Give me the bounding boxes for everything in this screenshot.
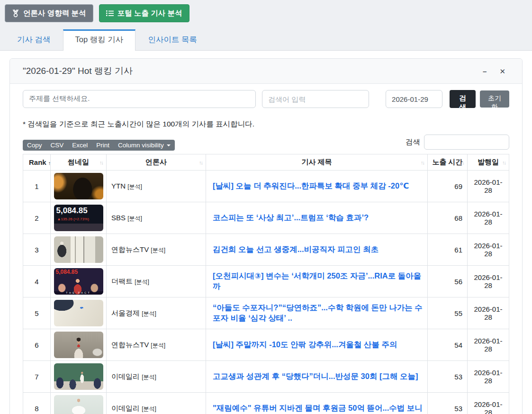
press-cell: 이데일리 [분석] xyxy=(107,361,206,393)
table-search: 검색 xyxy=(406,135,509,150)
article-link[interactable]: "재림예수" 유튜버 지바겐 몰며 후원금 50억 뜯어...수법 보니 xyxy=(213,404,423,412)
portal-articles-analysis-button[interactable]: 포털 노출 기사 분석 xyxy=(99,4,189,22)
sort-icon: ↑↓ xyxy=(199,160,202,165)
close-icon[interactable]: ✕ xyxy=(499,68,505,75)
table-search-label: 검색 xyxy=(406,137,420,147)
sort-icon: ↑↓ xyxy=(421,160,424,165)
top-header: 언론사 영향력 분석 포털 노출 기사 분석 기사 검색 Top 랭킹 기사 인… xyxy=(0,0,532,51)
tab-article-search[interactable]: 기사 검색 xyxy=(5,29,63,50)
csv-button[interactable]: CSV xyxy=(46,140,68,151)
table-row: 2 5,084.85 ▲135.26 (+2.73%) SBS [분석] 코스피… xyxy=(23,202,509,234)
date-input[interactable] xyxy=(386,90,442,108)
table-row: 7 이데일리 [분석] 고교생과 성관계 후 “당했다”더니...반성문 30회… xyxy=(23,361,509,393)
press-cell: 연합뉴스TV [분석] xyxy=(107,329,206,361)
window-controls: – ✕ xyxy=(483,68,505,75)
table-row: 1 YTN [분석] [날씨] 오늘 더 추워진다...한파특보 확대 중부 체… xyxy=(23,171,509,202)
rank-cell: 6 xyxy=(23,329,51,361)
rank-cell: 3 xyxy=(23,234,51,266)
rank-cell: 5 xyxy=(23,297,51,329)
exposure-cell: 53 xyxy=(428,393,468,414)
card-title: "2026-01-29" Hot 랭킹 기사 xyxy=(23,65,133,77)
card-body: 주제를 선택하세요. 검색 초기화 * 검색일을 기준으로 최근 노출시간이 많… xyxy=(10,84,522,414)
rank-cell: 4 xyxy=(23,266,51,297)
press-cell: SBS [분석] xyxy=(107,202,206,234)
export-buttons: Copy CSV Excel Print Column visibility xyxy=(23,140,175,151)
topic-select-placeholder: 주제를 선택하세요. xyxy=(29,94,90,102)
exposure-cell: 54 xyxy=(428,329,468,361)
column-header-5[interactable]: 발행일↑↓ xyxy=(468,154,509,171)
tab-top-ranking[interactable]: Top 랭킹 기사 xyxy=(63,29,136,51)
table-row: 8 이데일리 [분석] "재림예수" 유튜버 지바겐 몰며 후원금 50억 뜯어… xyxy=(23,393,509,414)
article-thumbnail xyxy=(54,332,103,358)
article-link[interactable]: 김건희 오늘 선고 생중계...비공직자 피고인 최초 xyxy=(213,245,379,253)
column-header-2[interactable]: 언론사↑↓ xyxy=(107,154,206,171)
article-thumbnail: 5,084.85 THE FACT xyxy=(54,268,103,295)
thumbnail-cell xyxy=(51,234,107,266)
article-link[interactable]: 코스피는 또 ‘사상 최고’...트럼프 ‘학습 효과’? xyxy=(213,213,369,222)
caret-down-icon xyxy=(167,144,171,146)
thumbnail-cell xyxy=(51,393,107,414)
topic-select[interactable]: 주제를 선택하세요. xyxy=(23,90,256,108)
column-header-1[interactable]: 썸네일↑↓ xyxy=(51,154,107,171)
rank-cell: 1 xyxy=(23,171,51,202)
filter-row: 주제를 선택하세요. 검색 초기화 xyxy=(23,90,509,108)
column-header-3[interactable]: 기사 제목↑↓ xyxy=(206,154,428,171)
thumbnail-cell xyxy=(51,171,107,202)
publish-date-cell: 2026-01-28 xyxy=(468,361,509,393)
minimize-icon[interactable]: – xyxy=(483,68,487,75)
publish-date-cell: 2026-01-28 xyxy=(468,266,509,297)
column-header-0[interactable]: Rank↑↓ xyxy=(23,154,51,171)
title-cell: “아들도 수포자니?”“당연하죠”...수학 학원에 돈만 나가는 수포자 비율… xyxy=(206,297,428,329)
article-thumbnail: 5,084.85 ▲135.26 (+2.73%) xyxy=(54,205,103,231)
exposure-cell: 61 xyxy=(428,234,468,266)
table-search-input[interactable] xyxy=(424,135,509,150)
press-cell: 연합뉴스TV [분석] xyxy=(107,234,206,266)
table-row: 3 연합뉴스TV [분석] 김건희 오늘 선고 생중계...비공직자 피고인 최… xyxy=(23,234,509,266)
article-thumbnail xyxy=(54,363,103,390)
rank-cell: 8 xyxy=(23,393,51,414)
portal-articles-analysis-label: 포털 노출 기사 분석 xyxy=(117,9,182,18)
ranking-card: "2026-01-29" Hot 랭킹 기사 – ✕ 주제를 선택하세요. 검색… xyxy=(9,58,523,414)
table-header-row: Rank↑↓썸네일↑↓언론사↑↓기사 제목↑↓노출 시간↑↓발행일↑↓ xyxy=(23,154,509,171)
article-link[interactable]: [오천피시대③] 변수는 ‘서학개미 250조 자금’...RIA로 돌아올까 xyxy=(213,271,421,290)
title-cell: [날씨] 오늘 더 추워진다...한파특보 확대 중부 체감 -20℃ xyxy=(206,171,428,202)
datatable-toolbar: Copy CSV Excel Print Column visibility 검… xyxy=(23,135,509,151)
article-link[interactable]: 고교생과 성관계 후 “당했다”더니...반성문 30회 [그해 오늘] xyxy=(213,372,418,380)
thumbnail-cell: 5,084.85 THE FACT xyxy=(51,266,107,297)
article-thumbnail xyxy=(54,173,103,199)
thumbnail-cell xyxy=(51,361,107,393)
media-influence-analysis-button[interactable]: 언론사 영향력 분석 xyxy=(5,4,93,22)
thumbnail-cell xyxy=(51,297,107,329)
column-header-4[interactable]: 노출 시간↑↓ xyxy=(428,154,468,171)
article-link[interactable]: “아들도 수포자니?”“당연하죠”...수학 학원에 돈만 나가는 수포자 비율… xyxy=(213,303,423,322)
title-cell: 김건희 오늘 선고 생중계...비공직자 피고인 최초 xyxy=(206,234,428,266)
rank-cell: 7 xyxy=(23,361,51,393)
article-link[interactable]: [날씨] 주말까지 -10도 안팎 강추위...겨울철 산불 주의 xyxy=(213,340,397,349)
sort-icon: ↑↓ xyxy=(502,160,505,165)
exposure-cell: 68 xyxy=(428,202,468,234)
column-visibility-button[interactable]: Column visibility xyxy=(114,140,175,151)
ranking-table: Rank↑↓썸네일↑↓언론사↑↓기사 제목↑↓노출 시간↑↓발행일↑↓ 1 YT… xyxy=(23,154,509,414)
title-cell: 코스피는 또 ‘사상 최고’...트럼프 ‘학습 효과’? xyxy=(206,202,428,234)
title-cell: "재림예수" 유튜버 지바겐 몰며 후원금 50억 뜯어...수법 보니 xyxy=(206,393,428,414)
publish-date-cell: 2026-01-28 xyxy=(468,329,509,361)
keyword-input[interactable] xyxy=(262,90,369,108)
thumbnail-cell xyxy=(51,329,107,361)
title-cell: 고교생과 성관계 후 “당했다”더니...반성문 30회 [그해 오늘] xyxy=(206,361,428,393)
copy-button[interactable]: Copy xyxy=(23,140,46,151)
article-link[interactable]: [날씨] 오늘 더 추워진다...한파특보 확대 중부 체감 -20℃ xyxy=(213,181,409,190)
excel-button[interactable]: Excel xyxy=(68,140,92,151)
table-row: 4 5,084.85 THE FACT 더팩트 [분석] [오천피시대③] 변수… xyxy=(23,266,509,297)
title-cell: [날씨] 주말까지 -10도 안팎 강추위...겨울철 산불 주의 xyxy=(206,329,428,361)
tab-insight-list[interactable]: 인사이트 목록 xyxy=(135,29,209,50)
reset-button[interactable]: 초기화 xyxy=(480,90,509,108)
rank-cell: 2 xyxy=(23,202,51,234)
exposure-cell: 55 xyxy=(428,297,468,329)
article-thumbnail xyxy=(54,236,103,263)
print-button[interactable]: Print xyxy=(92,140,114,151)
table-row: 6 연합뉴스TV [분석] [날씨] 주말까지 -10도 안팎 강추위...겨울… xyxy=(23,329,509,361)
publish-date-cell: 2026-01-28 xyxy=(468,234,509,266)
publish-date-cell: 2026-01-28 xyxy=(468,297,509,329)
search-button[interactable]: 검색 xyxy=(450,90,476,108)
sort-icon: ↑↓ xyxy=(460,160,464,165)
